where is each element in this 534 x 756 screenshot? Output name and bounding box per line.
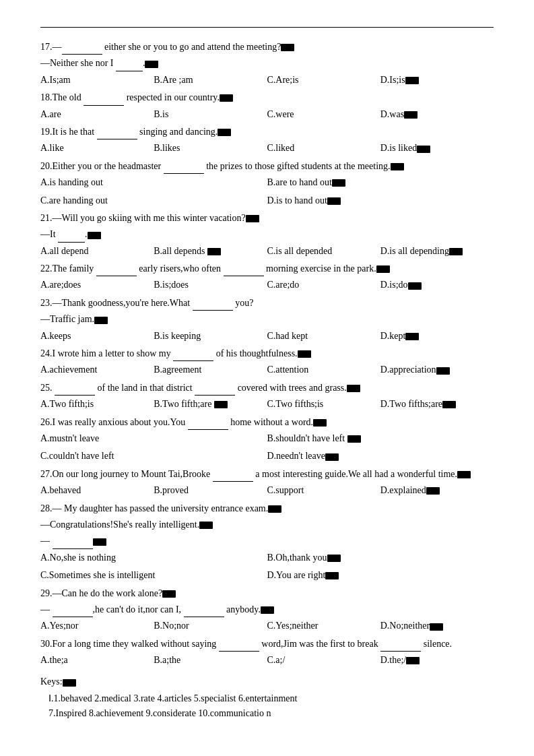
q17-optD-redact bbox=[405, 77, 419, 84]
question-21: 21.—Will you go skiing with me this wint… bbox=[40, 211, 494, 259]
q21-redact2 bbox=[88, 232, 101, 239]
q19-optC: C.liked bbox=[267, 141, 380, 156]
q22-optD: D.is;do bbox=[380, 278, 494, 292]
q30-optA: A.the;a bbox=[40, 653, 154, 668]
q20-redact bbox=[391, 163, 404, 170]
q22-redact bbox=[376, 265, 390, 273]
q22-text: 22.The family early risers,who often mor… bbox=[40, 261, 494, 276]
q26-optD-redact bbox=[325, 453, 339, 461]
q24-optB: B.agreement bbox=[154, 363, 267, 377]
q19-optA: A.like bbox=[40, 141, 154, 156]
question-20: 20.Either you or the headmaster the priz… bbox=[40, 159, 494, 208]
q25-optB-redact bbox=[214, 401, 228, 408]
q26-optB-redact bbox=[347, 435, 361, 443]
q30-blank1 bbox=[219, 651, 259, 652]
q27-text: 27.On our long journey to Mount Tai,Broo… bbox=[40, 467, 494, 482]
q18-optB: B.is bbox=[154, 107, 267, 122]
q28-text: 28.— My daughter has passed the universi… bbox=[40, 501, 494, 516]
q28-redact3 bbox=[93, 538, 106, 546]
q21-optB: B.all depends bbox=[154, 244, 267, 259]
q27-options: A.behaved B.proved C.support D.explained bbox=[40, 483, 494, 498]
q27-blank bbox=[213, 481, 253, 482]
question-23: 23.—Thank goodness,you're here.What you?… bbox=[40, 296, 494, 344]
q25-optD-redact bbox=[442, 401, 456, 408]
q21-redact bbox=[246, 215, 259, 222]
q29-blank2 bbox=[184, 617, 224, 617]
question-17: 17.— either she or you to go and attend … bbox=[40, 40, 494, 88]
q17-blank bbox=[62, 54, 102, 55]
q25-options: A.Two fifth;is B.Two fifth;are C.Two fif… bbox=[40, 397, 494, 412]
q20-text: 20.Either you or the headmaster the priz… bbox=[40, 159, 494, 174]
question-27: 27.On our long journey to Mount Tai,Broo… bbox=[40, 467, 494, 499]
q24-text: 24.I wrote him a letter to show my of hi… bbox=[40, 346, 494, 361]
q29-optC: C.Yes;neither bbox=[267, 619, 380, 633]
q27-optA: A.behaved bbox=[40, 483, 154, 498]
q20-optD-redact bbox=[327, 197, 341, 205]
q21-blank bbox=[58, 242, 85, 243]
q26-optA: A.mustn't leave bbox=[40, 431, 267, 446]
q29-redact bbox=[162, 590, 176, 598]
question-26: 26.I was really anxious about you.You ho… bbox=[40, 415, 494, 464]
q19-optB: B.likes bbox=[154, 141, 267, 156]
q29-optD-redact bbox=[430, 623, 443, 631]
q30-options: A.the;a B.a;the C.a;/ D.the;/ bbox=[40, 653, 494, 668]
q21-optD-redact bbox=[449, 248, 463, 255]
q27-optC: C.support bbox=[267, 483, 380, 498]
keys-line1: Ⅰ.1.behaved 2.medical 3.rate 4.articles … bbox=[48, 691, 494, 706]
q28-optD: D.You are right bbox=[267, 568, 494, 583]
q17-optD: D.Is;is bbox=[380, 73, 494, 88]
q24-optA: A.achievement bbox=[40, 363, 154, 377]
q28-blank-line: — bbox=[40, 534, 494, 548]
q24-redact bbox=[298, 350, 311, 358]
q30-optD: D.the;/ bbox=[380, 653, 494, 668]
keys-section: Keys: Ⅰ.1.behaved 2.medical 3.rate 4.art… bbox=[40, 674, 494, 721]
q23-optD-redact bbox=[405, 333, 419, 340]
q22-optB: B.is;does bbox=[154, 278, 267, 292]
q24-optD-redact bbox=[436, 367, 450, 375]
q22-optA: A.are;does bbox=[40, 278, 154, 292]
q17-options: A.Is;am B.Are ;am C.Are;is D.Is;is bbox=[40, 73, 494, 88]
q17-blank2 bbox=[116, 71, 143, 71]
q23-blank bbox=[193, 310, 233, 311]
q27-optD: D.explained bbox=[380, 483, 494, 498]
q30-optC: C.a;/ bbox=[267, 653, 380, 668]
q17-optC: C.Are;is bbox=[267, 73, 380, 88]
q28-optB-redact bbox=[327, 555, 341, 562]
q25-blank1 bbox=[55, 395, 95, 396]
question-28: 28.— My daughter has passed the universi… bbox=[40, 501, 494, 584]
q23-followup: —Traffic jam. bbox=[40, 312, 494, 327]
q17-text: 17.— either she or you to go and attend … bbox=[40, 40, 494, 55]
question-24: 24.I wrote him a letter to show my of hi… bbox=[40, 346, 494, 378]
q18-optA: A.are bbox=[40, 107, 154, 122]
q18-optC: C.were bbox=[267, 107, 380, 122]
keys-label: Keys: bbox=[40, 674, 494, 689]
q19-optD: D.is liked bbox=[380, 141, 494, 156]
q26-options: A.mustn't leave B.shouldn't have left bbox=[40, 431, 494, 446]
q17-optB: B.Are ;am bbox=[154, 73, 267, 88]
q28-optA: A.No,she is nothing bbox=[40, 550, 267, 565]
q22-blank2 bbox=[224, 276, 264, 276]
q20-optD: D.is to hand out bbox=[267, 193, 494, 208]
q21-optB-redact bbox=[207, 248, 221, 255]
top-border bbox=[40, 27, 494, 28]
q23-optA: A.keeps bbox=[40, 329, 154, 344]
q30-text: 30.For a long time they walked without s… bbox=[40, 637, 494, 652]
question-29: 29.—Can he do the work alone? — ,he can'… bbox=[40, 586, 494, 634]
q20-blank bbox=[164, 173, 204, 174]
q20-optB-redact bbox=[332, 179, 345, 187]
q25-blank2 bbox=[195, 395, 235, 396]
q28-followup: —Congratulations!She's really intelligen… bbox=[40, 517, 494, 532]
q17-optA: A.Is;am bbox=[40, 73, 154, 88]
q28-options2: C.Sometimes she is intelligent D.You are… bbox=[40, 568, 494, 583]
q26-blank bbox=[188, 429, 228, 430]
q26-optD: D.needn't leave bbox=[267, 449, 494, 464]
q22-blank1 bbox=[96, 276, 137, 276]
q18-options: A.are B.is C.were D.was bbox=[40, 107, 494, 122]
q26-text: 26.I was really anxious about you.You ho… bbox=[40, 415, 494, 430]
q29-optB: B.No;nor bbox=[154, 619, 267, 633]
q28-optD-redact bbox=[325, 572, 339, 579]
keys-line2: 7.Inspired 8.achievement 9.considerate 1… bbox=[48, 706, 494, 721]
q26-options2: C.couldn't have left D.needn't leave bbox=[40, 449, 494, 464]
q26-optB: B.shouldn't have left bbox=[267, 431, 494, 446]
q25-redact bbox=[347, 385, 360, 392]
